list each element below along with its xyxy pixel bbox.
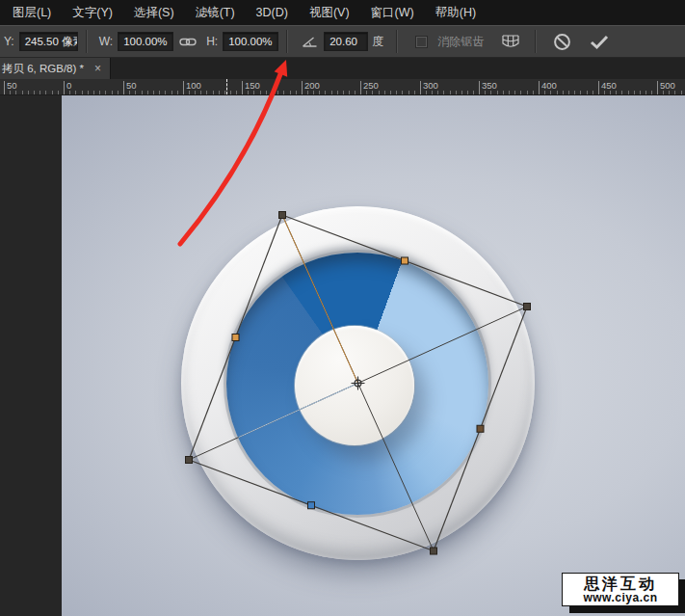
ruler-minor-tick	[248, 91, 249, 94]
ruler-minor-tick	[307, 91, 308, 94]
ruler-minor-tick	[645, 91, 646, 94]
menu-item-2[interactable]: 文字(Y)	[62, 0, 123, 25]
ruler-minor-tick	[426, 91, 427, 94]
ruler-minor-tick	[40, 91, 40, 94]
transform-options-bar: Y: 245.50 像素 W: 100.00% H: 100.00% 20.60…	[0, 25, 685, 58]
ruler-minor-tick	[10, 91, 11, 94]
transform-handle-top[interactable]	[279, 212, 286, 219]
tab-close-icon[interactable]: ×	[94, 63, 101, 74]
ruler-minor-tick	[402, 91, 403, 94]
menu-item-1[interactable]: 图层(L)	[2, 0, 62, 25]
ruler-label: 250	[363, 80, 379, 91]
ruler-minor-tick	[520, 91, 521, 94]
ruler-minor-tick	[290, 91, 291, 94]
ruler-minor-tick	[331, 91, 332, 94]
width-percent-input[interactable]: 100.00%	[118, 32, 173, 51]
ruler-minor-tick	[616, 91, 617, 94]
ruler-minor-tick	[587, 91, 588, 94]
ruler-minor-tick	[219, 91, 220, 94]
warp-mode-toggle-icon[interactable]	[500, 34, 521, 50]
ruler-minor-tick	[260, 91, 261, 94]
ruler-minor-tick	[142, 91, 143, 94]
ruler-minor-tick	[34, 91, 35, 94]
ruler-label: 50	[7, 80, 17, 91]
ruler-minor-tick	[574, 91, 575, 94]
menu-item-5[interactable]: 3D(D)	[246, 0, 299, 25]
ruler-minor-tick	[319, 91, 320, 94]
ruler-minor-tick	[557, 91, 558, 94]
ruler-minor-tick	[396, 91, 397, 94]
ruler-minor-tick	[681, 91, 682, 94]
ruler-minor-tick	[147, 91, 148, 94]
ruler-label: 100	[186, 80, 201, 91]
angle-unit-label: 度	[372, 34, 383, 50]
ruler-minor-tick	[112, 91, 113, 94]
menu-item-8[interactable]: 帮助(H)	[425, 0, 487, 25]
ruler-minor-tick	[674, 91, 675, 94]
rotation-angle-input[interactable]: 20.60	[324, 32, 368, 51]
ruler-minor-tick	[230, 91, 231, 94]
ruler-minor-tick	[497, 91, 498, 94]
height-field-label: H:	[206, 35, 218, 48]
commit-transform-icon[interactable]	[589, 34, 610, 50]
document-tab[interactable]: 拷贝 6, RGB/8) * ×	[0, 58, 111, 79]
menu-item-4[interactable]: 滤镜(T)	[185, 0, 246, 25]
ruler-minor-tick	[272, 91, 273, 94]
menu-item-6[interactable]: 视图(V)	[299, 0, 360, 25]
ruler-minor-tick	[640, 91, 641, 94]
ruler-minor-tick	[75, 91, 76, 94]
ruler-minor-tick	[313, 91, 314, 94]
horizontal-ruler[interactable]: 50050100150200250300350400450500	[0, 79, 685, 95]
y-position-input[interactable]: 245.50 像素	[19, 32, 78, 51]
ruler-minor-tick	[283, 91, 284, 94]
ruler-label: 400	[541, 80, 557, 91]
ruler-minor-tick	[99, 91, 100, 94]
ruler-minor-tick	[390, 91, 391, 94]
ruler-minor-tick	[432, 91, 433, 94]
ruler-minor-tick	[88, 91, 89, 94]
ruler-major-tick	[64, 81, 65, 94]
cancel-transform-icon[interactable]	[553, 33, 571, 51]
watermark-url-text: www.ciya.cn	[583, 592, 657, 604]
ruler-minor-tick	[467, 91, 468, 94]
center-hub-circle	[295, 326, 414, 445]
ruler-minor-tick	[224, 91, 225, 94]
ruler-minor-tick	[408, 91, 409, 94]
ruler-label: 200	[304, 80, 320, 91]
document-tab-bar: 拷贝 6, RGB/8) * ×	[0, 58, 685, 79]
ruler-minor-tick	[135, 91, 136, 94]
ruler-minor-tick	[568, 91, 569, 94]
watermark-brand-text: 思洋互动	[584, 576, 657, 592]
ruler-minor-tick	[610, 91, 611, 94]
ruler-minor-tick	[544, 91, 545, 94]
link-dimensions-icon[interactable]	[179, 36, 197, 48]
ruler-minor-tick	[236, 91, 237, 94]
menu-item-3[interactable]: 选择(S)	[123, 0, 185, 25]
ruler-minor-tick	[366, 91, 367, 94]
workspace	[0, 95, 685, 616]
height-percent-input[interactable]: 100.00%	[223, 32, 278, 51]
antialias-checkbox[interactable]	[415, 36, 428, 48]
ruler-major-tick	[598, 81, 599, 94]
ruler-minor-tick	[129, 91, 130, 94]
transform-handle-left[interactable]	[186, 457, 193, 464]
ruler-minor-tick	[343, 91, 344, 94]
menu-item-7[interactable]: 窗口(W)	[360, 0, 425, 25]
document-canvas[interactable]	[62, 95, 685, 616]
ruler-minor-tick	[628, 91, 629, 94]
width-field-label: W:	[99, 35, 113, 48]
ruler-minor-tick	[195, 91, 196, 94]
y-field-label: Y:	[4, 35, 14, 48]
ruler-minor-tick	[437, 91, 438, 94]
ruler-label: 350	[482, 80, 497, 91]
ruler-minor-tick	[651, 91, 652, 94]
ruler-minor-tick	[621, 91, 622, 94]
ruler-minor-tick	[213, 91, 214, 94]
document-tab-title: 拷贝 6, RGB/8) *	[2, 62, 84, 76]
ruler-minor-tick	[503, 91, 504, 94]
ruler-minor-tick	[509, 91, 510, 94]
ruler-minor-tick	[58, 91, 59, 94]
transform-handle-right[interactable]	[524, 304, 531, 310]
divider	[396, 30, 398, 53]
transform-handle-bottom[interactable]	[431, 548, 437, 554]
